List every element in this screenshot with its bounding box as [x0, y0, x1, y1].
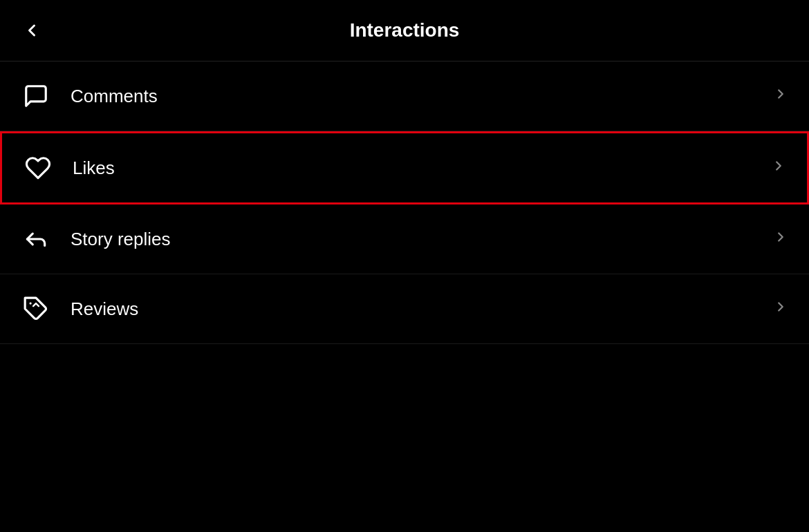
comment-icon — [21, 81, 51, 111]
story-replies-menu-item[interactable]: Story replies — [0, 205, 809, 274]
likes-menu-item[interactable]: Likes — [0, 131, 809, 205]
header: Interactions — [0, 0, 809, 61]
comments-menu-item[interactable]: Comments — [0, 61, 809, 131]
likes-label: Likes — [73, 158, 115, 179]
reply-icon — [21, 224, 51, 254]
interactions-menu: Comments Likes — [0, 61, 809, 344]
likes-chevron — [771, 158, 786, 178]
comments-chevron — [773, 86, 788, 106]
page-title: Interactions — [350, 19, 460, 41]
comments-label: Comments — [71, 86, 158, 107]
reviews-chevron — [773, 299, 788, 319]
back-button[interactable] — [17, 18, 47, 43]
reviews-menu-item[interactable]: Reviews — [0, 274, 809, 344]
story-replies-chevron — [773, 229, 788, 249]
tag-icon — [21, 294, 51, 324]
reviews-label: Reviews — [71, 298, 138, 320]
story-replies-label: Story replies — [71, 229, 171, 250]
heart-icon — [23, 153, 53, 183]
